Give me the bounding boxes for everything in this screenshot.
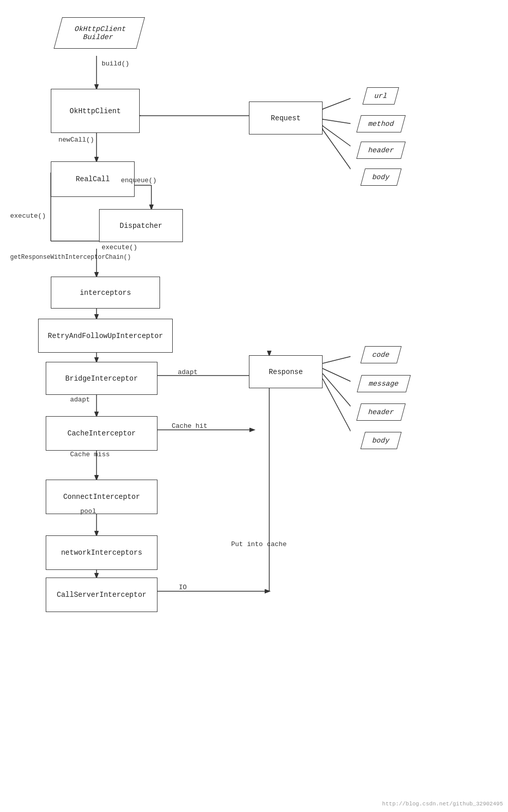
enqueue-label: enqueue()	[121, 177, 156, 184]
interceptors-label: interceptors	[80, 289, 131, 297]
request-node: Request	[249, 101, 323, 134]
network-node: networkInterceptors	[46, 535, 157, 570]
cache-node: CacheInterceptor	[46, 416, 157, 451]
request-header-para: header	[351, 138, 411, 162]
code-para: code	[351, 343, 411, 367]
getresponse-label: getResponseWithInterceptorChain()	[10, 254, 131, 261]
request-label: Request	[271, 114, 301, 122]
cache-label: CacheInterceptor	[68, 429, 136, 437]
response-node: Response	[249, 355, 323, 388]
retry-label: RetryAndFollowUpInterceptor	[48, 332, 163, 340]
dispatcher-label: Dispatcher	[119, 222, 162, 230]
io-label: IO	[179, 584, 187, 591]
builder-node: OkHttpClient Builder	[41, 10, 157, 56]
callserver-label: CallServerInterceptor	[57, 591, 146, 599]
dispatcher-node: Dispatcher	[99, 209, 183, 242]
cache-miss-label: Cache miss	[70, 451, 110, 458]
code-label: code	[371, 351, 391, 359]
bridge-label: BridgeInterceptor	[66, 375, 138, 383]
connect-node: ConnectInterceptor	[46, 480, 157, 514]
response-header-label: header	[367, 408, 395, 416]
put-cache-label: Put into cache	[231, 540, 287, 548]
message-para: message	[351, 371, 417, 396]
response-label: Response	[269, 368, 303, 376]
newcall-label: newCall()	[58, 136, 94, 144]
network-label: networkInterceptors	[61, 549, 142, 557]
interceptors-node: interceptors	[51, 277, 160, 309]
message-label: message	[367, 380, 399, 388]
method-para: method	[351, 112, 411, 136]
request-body-para: body	[351, 165, 411, 189]
url-para: url	[351, 84, 411, 108]
callserver-node: CallServerInterceptor	[46, 578, 157, 612]
response-header-para: header	[351, 400, 411, 424]
execute-label: execute()	[10, 212, 46, 220]
builder-label: OkHttpClient Builder	[71, 25, 126, 41]
okhttpclient-label: OkHttpClient	[70, 107, 121, 115]
request-header-label: header	[367, 146, 395, 154]
execute-inner-label: execute()	[102, 244, 137, 251]
adapt-label: adapt	[178, 368, 198, 376]
response-body-label: body	[371, 436, 391, 445]
diagram: OkHttpClient Builder build() OkHttpClien…	[0, 0, 508, 812]
pool-label: pool	[80, 507, 96, 515]
build-label: build()	[102, 60, 130, 67]
okhttpclient-node: OkHttpClient	[51, 89, 140, 133]
retry-node: RetryAndFollowUpInterceptor	[38, 319, 173, 353]
url-label: url	[373, 92, 389, 100]
bridge-node: BridgeInterceptor	[46, 362, 157, 395]
request-body-label: body	[371, 173, 391, 181]
method-label: method	[367, 120, 395, 128]
cache-hit-label: Cache hit	[172, 422, 207, 430]
response-body-para: body	[351, 428, 411, 453]
realcall-label: RealCall	[76, 175, 110, 183]
watermark: http://blog.csdn.net/github_32902495	[382, 801, 503, 807]
adapt-left-label: adapt	[70, 396, 90, 403]
connect-label: ConnectInterceptor	[63, 493, 140, 501]
